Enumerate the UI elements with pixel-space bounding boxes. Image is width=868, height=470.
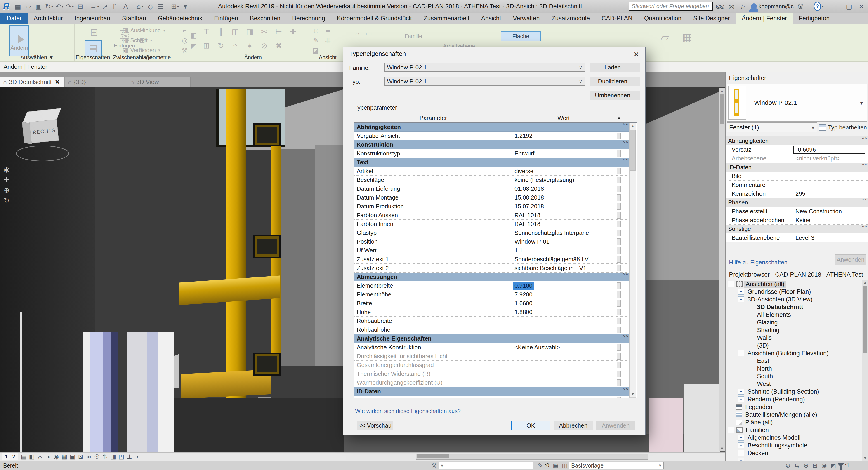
scrollbar-thumb[interactable] [417, 455, 449, 459]
view-scale-button[interactable]: 1 : 2 [2, 453, 18, 460]
mirror-pick-icon[interactable]: ◫ [230, 27, 240, 36]
paint-icon[interactable]: ◧ [189, 31, 198, 40]
collapse-icon[interactable]: − [738, 350, 744, 356]
associate-parameter-button[interactable] [617, 168, 621, 175]
parameter-value-cell[interactable]: keine (Festverglasung) [512, 176, 615, 184]
parameter-value-cell[interactable]: diverse [512, 167, 615, 175]
parameter-value-cell[interactable] [512, 317, 615, 325]
associate-parameter-button[interactable] [617, 371, 621, 377]
revit-logo-icon[interactable]: R [0, 1, 13, 11]
design-options-icon[interactable]: ◫ [560, 462, 569, 470]
tree-item[interactable]: All Elements [726, 311, 863, 319]
parameter-value-cell[interactable]: 0.9100 [512, 281, 615, 290]
beam-cope-icon[interactable]: ⌐ [180, 26, 189, 35]
tree-item[interactable]: +Grundrisse (Floor Plan) [726, 288, 863, 295]
ribbon-tab-stahlbau[interactable]: Stahlbau [116, 13, 152, 24]
expand-icon[interactable]: + [738, 396, 744, 402]
steering-wheel-icon[interactable]: ◉ [1, 164, 12, 175]
worksets-icon[interactable]: ⚒ [430, 462, 438, 470]
collapse-ribbon-icon[interactable]: ▾ [180, 1, 191, 11]
rotate-icon[interactable]: ↻ [216, 41, 225, 50]
thin-lines-icon[interactable]: ☰ [156, 1, 166, 11]
tree-item[interactable]: +Beschriftungssymbole [726, 441, 863, 449]
section-header-row[interactable]: Abhängigkeiten^ ^ [354, 123, 630, 131]
scroll-up-icon[interactable]: ▲ [629, 123, 636, 129]
parameter-value-cell[interactable] [512, 325, 615, 334]
area-button[interactable]: Fläche [501, 31, 541, 41]
collapse-icon[interactable]: − [728, 281, 734, 287]
expand-view-bar-icon[interactable]: ‹ [133, 453, 142, 460]
ok-button[interactable]: OK [511, 420, 550, 431]
associate-parameter-button[interactable] [617, 379, 621, 386]
minimize-button[interactable]: – [832, 1, 842, 11]
scroll-up-icon[interactable]: ▲ [719, 88, 725, 94]
pin-icon[interactable]: ∗ [245, 41, 254, 50]
value-column-header[interactable]: Wert [512, 114, 615, 123]
move-icon[interactable]: ✚ [288, 27, 298, 36]
load-button[interactable]: Laden... [590, 63, 640, 72]
panel-divider[interactable] [726, 269, 868, 269]
app-store-cart-icon[interactable]: ⛁ [796, 1, 806, 11]
text-icon[interactable]: A [121, 1, 131, 11]
selection-filter-dropdown[interactable]: Fenster (1) ∨ [727, 123, 817, 132]
demolish-icon[interactable]: ⚒ [180, 45, 189, 55]
collapse-group-icon[interactable]: ^ ^ [862, 225, 867, 228]
select-by-face-icon[interactable]: ◩ [829, 462, 838, 470]
orbit-icon[interactable]: ↻ [1, 195, 12, 206]
expand-icon[interactable]: + [738, 289, 744, 295]
tree-item[interactable]: −Ansichten (Building Elevation) [726, 349, 863, 357]
tree-item[interactable]: 3D Detailschnitt [726, 303, 863, 311]
ribbon-tab-quantification[interactable]: Quantification [638, 13, 687, 24]
temporary-view-properties-icon[interactable]: ▥ [109, 453, 117, 460]
associate-parameter-button[interactable] [617, 318, 621, 324]
expand-icon[interactable]: + [738, 435, 744, 441]
associate-parameter-button[interactable] [617, 133, 621, 139]
save-icon[interactable]: ▣ [33, 1, 44, 11]
select-links-icon[interactable]: ⊕ [802, 462, 811, 470]
section-header-row[interactable]: Abmessungen^ ^ [354, 273, 630, 281]
close-view-icon[interactable]: ✕ [55, 79, 60, 86]
modify-button[interactable]: ▲Ändern [9, 25, 29, 56]
parameter-value-cell[interactable]: RAL 1018 [512, 220, 615, 228]
collapse-section-icon[interactable]: ^ ^ [623, 388, 628, 391]
ribbon-tab-zusatzmodule[interactable]: Zusatzmodule [546, 13, 596, 24]
section-header-row[interactable]: Analytische Eigenschaften^ ^ [354, 334, 630, 343]
hide-elements-icon[interactable]: ☼ [311, 26, 320, 35]
parameter-value-cell[interactable] [512, 370, 615, 378]
parameter-value-cell[interactable]: 1.8800 [512, 308, 615, 316]
tree-item[interactable]: −3D-Ansichten (3D View) [726, 295, 863, 303]
property-value-cell[interactable]: New Construction [793, 207, 868, 216]
default-3d-view-icon[interactable]: ⌂▾ [135, 1, 145, 11]
split-face-icon[interactable]: ◩ [189, 41, 198, 50]
tree-item[interactable]: Legenden [726, 403, 863, 411]
expand-icon[interactable]: + [738, 450, 744, 456]
parameter-value-cell[interactable]: 15.08.2018 [512, 193, 615, 202]
favorites-star-icon[interactable]: ☆ [738, 1, 748, 11]
family-types-icon[interactable]: ⊞ [88, 25, 100, 39]
scroll-down-icon[interactable]: ▼ [719, 446, 725, 451]
tree-item[interactable]: Glazing [726, 319, 863, 326]
active-workset-icon[interactable]: ▦ [551, 462, 560, 470]
tree-item[interactable]: +Schnitte (Building Section) [726, 388, 863, 396]
ribbon-tab-einf-gen[interactable]: Einfügen [208, 13, 244, 24]
associate-parameter-button[interactable] [617, 326, 621, 333]
duplicate-button[interactable]: Duplizieren... [590, 76, 640, 86]
viewcube-front-face[interactable]: RECHTS [29, 119, 59, 143]
parameter-value-cell[interactable]: RAL 1018 [512, 211, 615, 219]
tree-item[interactable]: North [726, 365, 863, 372]
property-value-cell[interactable]: Keine [793, 216, 868, 224]
associate-parameter-button[interactable] [617, 186, 621, 192]
property-value-cell[interactable] [793, 181, 868, 189]
ribbon-tab-datei[interactable]: Datei [0, 13, 28, 24]
select-pinned-icon[interactable]: ◉ [819, 462, 829, 470]
tree-item[interactable]: + [726, 457, 863, 461]
sun-path-icon[interactable]: ☼ [36, 453, 44, 460]
ribbon-tab-fertigbeton[interactable]: Fertigbeton [793, 13, 836, 24]
associate-parameter-button[interactable] [617, 239, 621, 245]
type-selector[interactable]: Window P-02.1 ▼ [727, 84, 867, 122]
select-underlay-icon[interactable]: ⊞ [811, 462, 819, 470]
parameter-value-cell[interactable]: Sonderbeschläge gemäß LV [512, 255, 615, 263]
array-icon[interactable]: ⁘ [230, 41, 240, 50]
temporary-isolate-icon[interactable]: ∞ [85, 453, 93, 460]
align-icon[interactable]: ⊤ [202, 27, 211, 36]
